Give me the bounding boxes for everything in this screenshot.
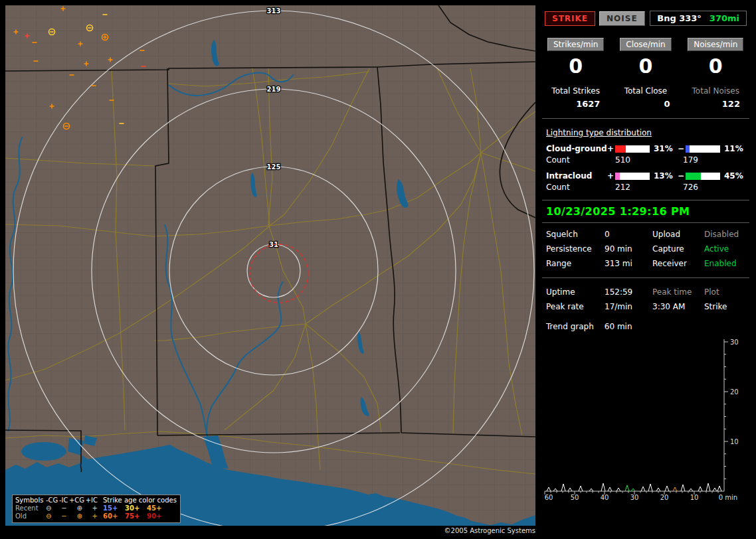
- receiver-status: Enabled: [704, 259, 751, 268]
- cg-plus-count: 510: [615, 155, 683, 165]
- age-75: 75+: [125, 512, 147, 520]
- total-close-label: Total Close: [611, 86, 680, 96]
- age-90: 90+: [147, 512, 169, 520]
- persistence-value: 90 min: [605, 244, 652, 254]
- minus-icon: −: [61, 504, 66, 512]
- uptime-value: 152:59: [605, 287, 652, 297]
- strikes-per-min-column: Strikes/min 0 Total Strikes 1627: [541, 38, 611, 109]
- svg-text:10: 10: [690, 494, 699, 501]
- squelch-value: 0: [605, 230, 652, 239]
- legend-symbols-label: Symbols: [15, 497, 46, 504]
- age-45: 45+: [147, 504, 169, 512]
- plot-label: Plot: [704, 287, 751, 297]
- svg-text:40: 40: [601, 494, 609, 501]
- legend-recent-row: Recent ⊖ − ⊕ + 15+ 30+ 45+: [15, 504, 177, 512]
- plus-sign: +: [607, 144, 615, 153]
- total-close-value: 0: [611, 99, 680, 109]
- circle-minus-icon: ⊖: [46, 512, 51, 520]
- minus-sign: −: [678, 144, 686, 153]
- ic-plus-count: 212: [615, 183, 683, 192]
- strikes-per-min-value: 0: [541, 54, 611, 78]
- ic-minus-count: 726: [683, 183, 751, 192]
- distribution-section: Lightning type distribution Cloud-ground…: [541, 128, 751, 192]
- rate-counters: Strikes/min 0 Total Strikes 1627 Close/m…: [541, 38, 751, 109]
- strikes-per-min-button[interactable]: Strikes/min: [547, 38, 604, 51]
- cloud-ground-row: Cloud-ground + 31% − 11%: [546, 144, 751, 153]
- capture-label: Capture: [652, 244, 704, 254]
- legend-old-symbols: ⊖ − ⊕ +: [46, 512, 103, 520]
- noises-per-min-column: Noises/min 0 Total Noises 122: [681, 38, 751, 109]
- capture-status: Active: [704, 244, 751, 254]
- noises-per-min-button[interactable]: Noises/min: [688, 38, 743, 51]
- cg-plus-percent: 31%: [652, 144, 678, 153]
- bearing-label: Bng 333°: [657, 13, 702, 23]
- total-noises-label: Total Noises: [681, 86, 751, 96]
- ic-minus-bar: [686, 173, 720, 180]
- close-per-min-column: Close/min 0 Total Close 0: [611, 38, 680, 109]
- circle-plus-icon: ⊕: [76, 512, 82, 520]
- peak-time-label: Peak time: [652, 287, 704, 297]
- age-30: 30+: [125, 504, 147, 512]
- legend-old-label: Old: [15, 512, 46, 520]
- legend-recent-label: Recent: [15, 504, 46, 512]
- trend-graph-header: Trend graph 60 min: [546, 322, 751, 331]
- datetime-display: 10/23/2025 1:29:16 PM: [542, 200, 749, 223]
- peak-time-value: 3:30 AM: [652, 302, 704, 311]
- count-label: Count: [546, 155, 615, 165]
- legend-col-pic: +IC: [86, 497, 98, 504]
- intracloud-row: Intracloud + 13% − 45%: [546, 171, 751, 181]
- upload-status: Disabled: [704, 230, 751, 239]
- trend-graph: 3020106050403020100 min: [543, 337, 751, 504]
- squelch-label: Squelch: [546, 230, 605, 239]
- svg-text:20: 20: [730, 388, 739, 396]
- uptime-label: Uptime: [546, 287, 605, 297]
- receiver-label: Receiver: [652, 259, 704, 268]
- legend-recent-symbols: ⊖ − ⊕ +: [46, 504, 103, 512]
- noise-indicator[interactable]: NOISE: [599, 11, 645, 26]
- copyright: ©2005 Astrogenic Systems: [372, 527, 535, 534]
- cg-minus-percent: 11%: [723, 144, 751, 153]
- age-60: 60+: [103, 512, 125, 520]
- svg-text:20: 20: [660, 494, 669, 501]
- minus-sign: −: [678, 171, 686, 181]
- total-strikes-value: 1627: [541, 99, 611, 109]
- plus-icon: +: [92, 504, 98, 512]
- map-canvas: 31321912531: [5, 5, 535, 526]
- svg-text:219: 219: [267, 86, 281, 93]
- ic-minus-percent: 45%: [723, 171, 751, 181]
- legend-col-nic: -IC: [59, 497, 68, 504]
- svg-text:0 min: 0 min: [719, 494, 737, 501]
- noises-per-min-value: 0: [681, 54, 751, 78]
- app-window: 31321912531 Symbols -CG -IC +CG +IC Stri…: [0, 0, 756, 539]
- legend-header-row: Symbols -CG -IC +CG +IC Strike age color…: [15, 497, 177, 504]
- legend-column-headers: -CG -IC +CG +IC: [46, 497, 103, 504]
- intracloud-label: Intracloud: [546, 171, 607, 181]
- svg-text:125: 125: [267, 163, 281, 171]
- legend-col-pcg: +CG: [69, 497, 84, 504]
- trend-graph-label: Trend graph: [546, 322, 594, 331]
- range-label: Range: [546, 259, 605, 268]
- bearing-distance: 370mi: [709, 13, 739, 23]
- indicator-bar: STRIKE NOISE Bng 333° 370mi: [545, 11, 747, 26]
- cloud-ground-counts: Count 510 179: [546, 155, 751, 165]
- separator: [542, 277, 749, 278]
- svg-text:60: 60: [545, 494, 553, 501]
- legend-recent-ages: 15+ 30+ 45+: [103, 504, 177, 512]
- age-15: 15+: [103, 504, 125, 512]
- minus-icon: −: [61, 512, 66, 520]
- map-view[interactable]: 31321912531 Symbols -CG -IC +CG +IC Stri…: [5, 5, 535, 526]
- close-per-min-button[interactable]: Close/min: [620, 38, 671, 51]
- status-panel: STRIKE NOISE Bng 333° 370mi Strikes/min …: [541, 5, 751, 534]
- strike-indicator[interactable]: STRIKE: [545, 11, 595, 26]
- total-strikes-label: Total Strikes: [541, 86, 611, 96]
- legend-old-ages: 60+ 75+ 90+: [103, 512, 177, 520]
- cg-minus-bar: [686, 145, 720, 153]
- svg-text:313: 313: [267, 7, 281, 15]
- distribution-title: Lightning type distribution: [546, 128, 751, 137]
- legend-age-title: Strike age color codes: [103, 497, 177, 504]
- bearing-readout: Bng 333° 370mi: [650, 11, 747, 26]
- stats-grid: Uptime 152:59 Peak time Plot Peak rate 1…: [546, 287, 751, 311]
- settings-grid: Squelch 0 Upload Disabled Persistence 90…: [546, 230, 751, 268]
- plus-icon: +: [92, 512, 98, 520]
- peak-rate-label: Peak rate: [546, 302, 605, 311]
